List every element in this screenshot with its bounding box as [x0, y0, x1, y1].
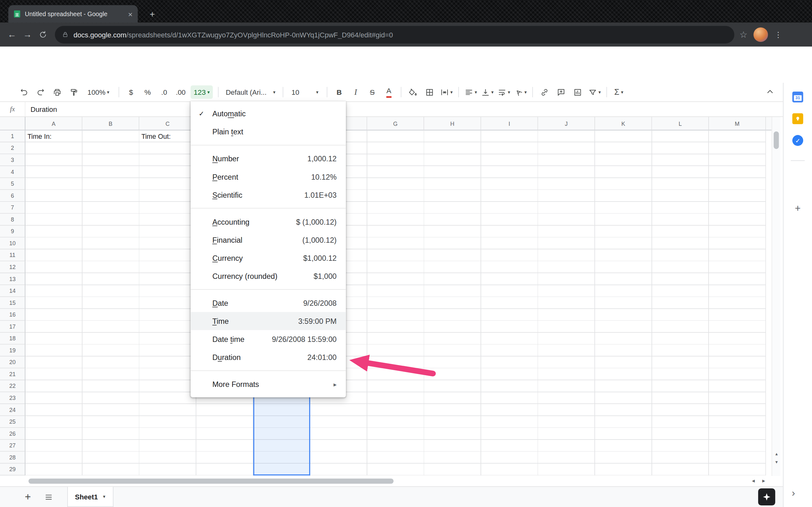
cell-C1[interactable]: Time Out:	[139, 130, 171, 142]
row-header-26[interactable]: 26	[0, 428, 26, 440]
row-header-25[interactable]: 25	[0, 416, 26, 428]
url-bar[interactable]: docs.google.com/spreadsheets/d/1wXGTZwug…	[55, 26, 734, 44]
vertical-scrollbar[interactable]: ▴ ▾	[772, 117, 780, 476]
add-addon-button[interactable]: +	[792, 203, 803, 214]
row-header-23[interactable]: 23	[0, 392, 26, 404]
redo-button[interactable]	[34, 85, 47, 99]
menu-item-more-formats[interactable]: More Formats▸	[191, 375, 346, 393]
italic-button[interactable]: I	[349, 85, 362, 99]
column-header-J[interactable]: J	[538, 117, 595, 130]
functions-button[interactable]: Σ ▾	[612, 85, 625, 99]
forward-button[interactable]: →	[20, 30, 35, 40]
cells-area[interactable]: Time In:Time Out:	[26, 130, 766, 475]
menu-item-duration[interactable]: Duration24:01:00	[191, 348, 346, 366]
menu-item-date[interactable]: Date9/26/2008	[191, 294, 346, 312]
row-header-5[interactable]: 5	[0, 178, 26, 190]
menu-item-time[interactable]: Time3:59:00 PM	[191, 312, 346, 330]
row-header-24[interactable]: 24	[0, 404, 26, 416]
bold-button[interactable]: B	[333, 85, 346, 99]
bookmark-star-icon[interactable]: ☆	[740, 29, 747, 40]
cell-A1[interactable]: Time In:	[26, 130, 51, 142]
row-header-8[interactable]: 8	[0, 214, 26, 226]
menu-item-currency[interactable]: Currency$1,000.12	[191, 249, 346, 267]
row-header-10[interactable]: 10	[0, 237, 26, 249]
sheet-tab-active[interactable]: Sheet1 ▾	[67, 487, 113, 507]
scroll-down-icon[interactable]: ▾	[772, 459, 781, 464]
insert-comment-button[interactable]	[554, 85, 568, 99]
print-button[interactable]	[50, 85, 63, 99]
menu-item-automatic[interactable]: ✓Automatic	[191, 105, 346, 123]
menu-item-plain-text[interactable]: Plain text	[191, 123, 346, 141]
column-header-I[interactable]: I	[481, 117, 538, 130]
reload-button[interactable]	[35, 31, 51, 39]
row-header-11[interactable]: 11	[0, 249, 26, 262]
text-wrap-button[interactable]: ▾	[497, 85, 510, 99]
text-rotation-button[interactable]: ▾	[513, 85, 527, 99]
row-header-18[interactable]: 18	[0, 333, 26, 345]
tasks-icon[interactable]: ✓	[792, 135, 803, 146]
menu-item-currency-rounded[interactable]: Currency (rounded)$1,000	[191, 267, 346, 285]
add-sheet-button[interactable]: +	[25, 491, 31, 503]
horizontal-scroll-thumb[interactable]	[29, 478, 394, 484]
scroll-left-icon[interactable]: ◂	[752, 477, 755, 484]
column-header-C[interactable]: C	[139, 117, 196, 130]
row-header-6[interactable]: 6	[0, 190, 26, 202]
row-header-3[interactable]: 3	[0, 154, 26, 166]
column-header-M[interactable]: M	[709, 117, 766, 130]
vertical-scroll-thumb[interactable]	[774, 131, 779, 149]
vertical-align-button[interactable]: ▾	[480, 85, 494, 99]
more-formats-button[interactable]: 123 ▾	[191, 85, 213, 99]
horizontal-align-button[interactable]: ▾	[464, 85, 477, 99]
insert-link-button[interactable]	[538, 85, 551, 99]
side-panel-collapse-button[interactable]: ›	[792, 487, 795, 499]
menu-item-scientific[interactable]: Scientific1.01E+03	[191, 186, 346, 204]
row-header-2[interactable]: 2	[0, 142, 26, 154]
merge-cells-button[interactable]: ▾	[440, 85, 453, 99]
font-family-select[interactable]: Default (Ari... ▾	[223, 85, 277, 99]
column-header-L[interactable]: L	[652, 117, 709, 130]
fill-color-button[interactable]	[406, 85, 420, 99]
paint-format-button[interactable]	[67, 85, 80, 99]
row-header-29[interactable]: 29	[0, 464, 26, 475]
row-header-9[interactable]: 9	[0, 226, 26, 238]
increase-decimal-button[interactable]: .00	[174, 85, 188, 99]
menu-item-financial[interactable]: Financial(1,000.12)	[191, 231, 346, 249]
formula-bar-value[interactable]: Duration	[31, 105, 57, 113]
row-header-1[interactable]: 1	[0, 130, 26, 142]
row-header-16[interactable]: 16	[0, 309, 26, 321]
keep-icon[interactable]	[792, 113, 803, 124]
row-header-7[interactable]: 7	[0, 202, 26, 214]
column-header-B[interactable]: B	[83, 117, 140, 130]
tab-close-icon[interactable]: ×	[127, 10, 134, 18]
strikethrough-button[interactable]: S	[365, 85, 379, 99]
menu-item-date-time[interactable]: Date time9/26/2008 15:59:00	[191, 330, 346, 348]
row-header-20[interactable]: 20	[0, 356, 26, 369]
row-header-14[interactable]: 14	[0, 285, 26, 297]
filter-button[interactable]: ▾	[588, 85, 601, 99]
collapse-toolbar-button[interactable]	[765, 87, 774, 96]
column-header-A[interactable]: A	[26, 117, 83, 130]
menu-item-number[interactable]: Number1,000.12	[191, 150, 346, 168]
scroll-right-icon[interactable]: ▸	[762, 477, 765, 484]
row-header-15[interactable]: 15	[0, 297, 26, 309]
row-header-19[interactable]: 19	[0, 344, 26, 356]
row-header-4[interactable]: 4	[0, 166, 26, 178]
row-header-28[interactable]: 28	[0, 452, 26, 464]
explore-button[interactable]	[758, 488, 775, 505]
insert-chart-button[interactable]	[571, 85, 585, 99]
scroll-up-icon[interactable]: ▴	[772, 451, 781, 456]
menu-item-accounting[interactable]: Accounting$ (1,000.12)	[191, 213, 346, 231]
format-currency-button[interactable]: $	[124, 85, 138, 99]
row-header-21[interactable]: 21	[0, 368, 26, 380]
browser-tab[interactable]: Untitled spreadsheet - Google ×	[8, 5, 138, 23]
browser-profile-avatar[interactable]	[754, 27, 768, 42]
column-header-K[interactable]: K	[595, 117, 652, 130]
browser-menu-icon[interactable]: ⋮	[774, 30, 782, 39]
menu-item-percent[interactable]: Percent10.12%	[191, 168, 346, 186]
column-header-H[interactable]: H	[424, 117, 481, 130]
back-button[interactable]: ←	[4, 30, 20, 40]
undo-button[interactable]	[17, 85, 31, 99]
row-header-27[interactable]: 27	[0, 440, 26, 452]
borders-button[interactable]	[423, 85, 437, 99]
text-color-button[interactable]: A	[382, 85, 396, 99]
